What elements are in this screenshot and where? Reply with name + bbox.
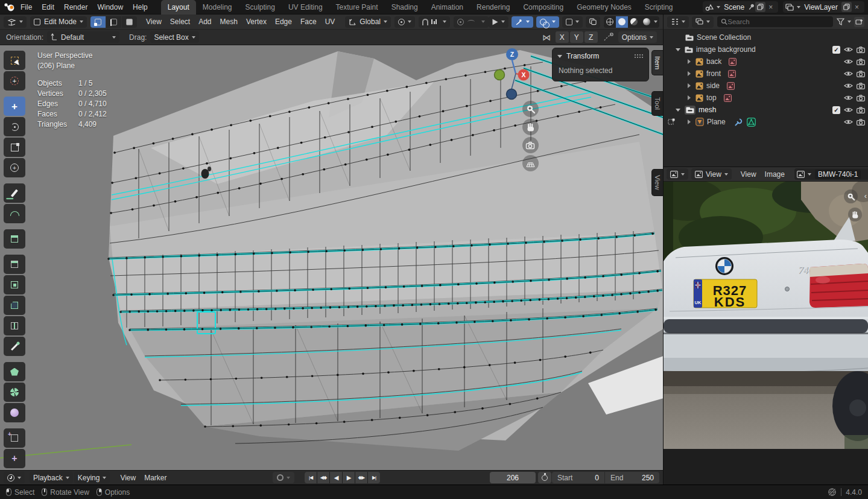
tool-spin[interactable]	[4, 383, 25, 402]
snapping-controls[interactable]	[419, 16, 450, 28]
remove-viewlayer-button[interactable]: ×	[852, 2, 862, 12]
disable-render-toggle[interactable]	[857, 83, 865, 89]
play-button[interactable]: ▶	[343, 472, 355, 483]
outliner-row-image-background[interactable]: image background ✓	[664, 43, 868, 56]
collapse-toggle[interactable]	[688, 119, 691, 124]
image-datablock-selector[interactable]: BMW-740i-1	[794, 168, 868, 180]
row-label[interactable]: Scene Collection	[697, 33, 751, 42]
tool-tweak-select[interactable]	[4, 51, 25, 70]
tab-uv-editing[interactable]: UV Editing	[282, 0, 329, 14]
tool-poly-build[interactable]	[4, 362, 25, 381]
rendered-shading-button[interactable]	[641, 16, 652, 28]
hide-eye-toggle[interactable]	[844, 95, 853, 101]
disable-render-toggle[interactable]	[857, 107, 865, 113]
image-mode-dropdown[interactable]: View	[691, 168, 732, 180]
mesh-edit-overlays-dropdown[interactable]	[562, 16, 583, 28]
image-pan-button[interactable]	[848, 208, 862, 221]
image-menu-image[interactable]: Image	[761, 170, 789, 179]
drag-mode-dropdown[interactable]: Select Box	[150, 31, 198, 43]
tab-modeling[interactable]: Modeling	[196, 0, 239, 14]
unlink-scene-button[interactable]: ×	[765, 2, 776, 12]
mirror-icon[interactable]: ⋈	[542, 33, 551, 42]
menu-select[interactable]: Select	[166, 17, 194, 26]
outliner-row-top[interactable]: top	[664, 92, 868, 104]
tool-cursor[interactable]: +	[4, 71, 25, 91]
menu-uv[interactable]: UV	[321, 17, 340, 26]
menu-window[interactable]: Window	[92, 0, 128, 14]
disable-render-toggle[interactable]	[857, 71, 865, 77]
reference-photo-bmw-rear[interactable]: 740i 740i UK R327 KDS	[664, 182, 868, 449]
hide-eye-toggle[interactable]	[844, 71, 853, 77]
collapse-toggle[interactable]	[688, 95, 691, 100]
panel-drag-grip[interactable]	[634, 54, 644, 59]
outliner-row-back[interactable]: back	[664, 56, 868, 68]
tool-loop-cut[interactable]	[4, 316, 25, 335]
viewlayer-selector[interactable]: ViewLayer ×	[783, 1, 864, 13]
collapse-toggle[interactable]	[688, 71, 691, 76]
magnet-icon[interactable]	[422, 19, 428, 25]
prev-keyframe-button[interactable]: ◀◆	[317, 472, 329, 483]
mode-selector[interactable]: Edit Mode	[30, 16, 87, 28]
tab-texture-paint[interactable]: Texture Paint	[329, 0, 385, 14]
tool-shrink-fatten[interactable]: +	[4, 449, 25, 468]
new-viewlayer-button[interactable]	[841, 2, 852, 12]
tool-scale[interactable]	[4, 138, 25, 157]
search-input[interactable]	[727, 18, 829, 25]
mirror-y-button[interactable]: Y	[570, 31, 583, 43]
tool-rotate[interactable]	[4, 117, 25, 136]
timeline-menu-view[interactable]: View	[116, 474, 140, 482]
outliner-row-side[interactable]: side	[664, 80, 868, 92]
tab-shading[interactable]: Shading	[385, 0, 425, 14]
new-scene-button[interactable]	[755, 2, 765, 12]
material-shading-button[interactable]	[629, 16, 640, 28]
collection-checkbox[interactable]: ✓	[832, 106, 840, 114]
scene-name[interactable]: Scene	[720, 3, 748, 11]
editor-type-button[interactable]	[4, 16, 27, 28]
image-zoom-button[interactable]	[844, 189, 858, 203]
playback-menu[interactable]: Playback	[30, 472, 73, 483]
camera-view-button[interactable]	[522, 137, 539, 153]
menu-mesh[interactable]: Mesh	[216, 17, 242, 26]
next-keyframe-button[interactable]: ◆▶	[355, 472, 367, 483]
tool-smooth[interactable]	[4, 403, 25, 422]
collapse-toggle[interactable]	[688, 83, 691, 88]
pin-icon[interactable]	[748, 3, 755, 11]
toggle-perspective-button[interactable]	[522, 155, 539, 171]
image-datablock-name[interactable]: BMW-740i-1	[815, 170, 861, 179]
jump-to-end-button[interactable]: ▶|	[368, 472, 380, 483]
tool-move[interactable]: +	[4, 97, 25, 116]
menu-view[interactable]: View	[142, 17, 166, 26]
xray-toggle[interactable]	[586, 16, 600, 28]
show-gizmos-toggle[interactable]	[512, 16, 533, 28]
disable-render-toggle[interactable]	[857, 119, 865, 126]
row-label[interactable]: side	[706, 81, 720, 90]
show-overlays-toggle[interactable]	[536, 16, 559, 28]
collection-checkbox[interactable]: ✓	[832, 46, 840, 54]
timeline-menu-marker[interactable]: Marker	[140, 474, 171, 482]
sidebar-tab-item[interactable]: Item	[651, 50, 663, 75]
menu-file[interactable]: File	[16, 0, 37, 14]
tool-inset-faces[interactable]	[4, 275, 25, 294]
hide-eye-toggle[interactable]	[844, 46, 853, 52]
sidebar-tab-tool[interactable]: Tool	[651, 91, 663, 116]
disable-render-toggle[interactable]	[857, 46, 865, 53]
pan-view-button[interactable]	[522, 119, 539, 135]
row-label[interactable]: Plane	[707, 118, 726, 126]
outliner-row-mesh[interactable]: mesh ✓	[664, 104, 868, 116]
tool-edge-slide[interactable]: +	[4, 428, 25, 448]
tab-scripting[interactable]: Scripting	[638, 0, 680, 14]
outliner-filter-dropdown[interactable]	[837, 18, 851, 25]
tool-measure[interactable]	[4, 204, 25, 223]
menu-vertex[interactable]: Vertex	[242, 17, 271, 26]
row-label[interactable]: back	[706, 57, 721, 66]
outliner-row-front[interactable]: front	[664, 68, 868, 80]
outliner-editor-type-button[interactable]	[667, 16, 689, 28]
row-label[interactable]: image background	[696, 45, 756, 54]
tab-compositing[interactable]: Compositing	[516, 0, 570, 14]
timeline-editor-type-button[interactable]	[4, 472, 25, 483]
pivot-point-dropdown[interactable]	[394, 16, 415, 28]
proportional-editing-controls[interactable]	[454, 16, 489, 28]
hide-eye-toggle[interactable]	[844, 59, 853, 65]
outliner-row-plane[interactable]: Plane	[664, 116, 868, 128]
collapse-toggle[interactable]	[676, 109, 680, 112]
